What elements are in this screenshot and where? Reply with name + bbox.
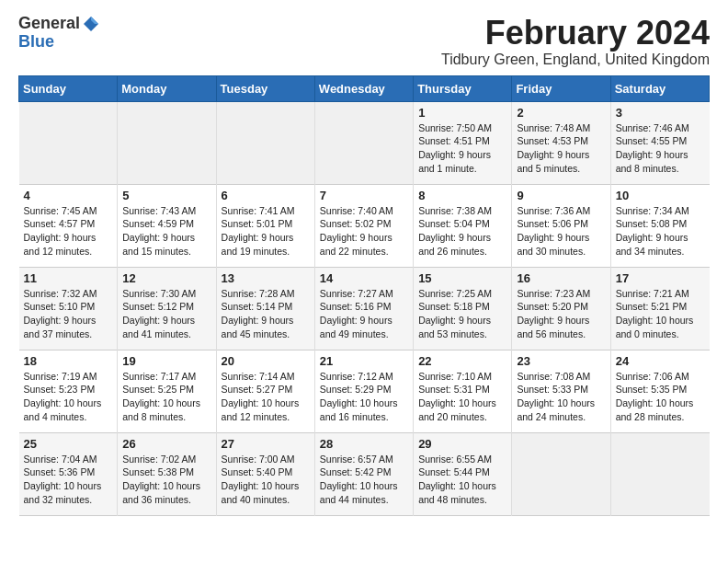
day-number: 8 (418, 189, 506, 202)
day-info: Sunrise: 7:06 AM Sunset: 5:35 PM Dayligh… (616, 370, 705, 424)
header-monday: Monday (118, 75, 216, 101)
day-number: 7 (320, 189, 408, 202)
day-info: Sunrise: 7:25 AM Sunset: 5:18 PM Dayligh… (418, 287, 506, 341)
calendar-cell: 7Sunrise: 7:40 AM Sunset: 5:02 PM Daylig… (314, 184, 413, 267)
day-number: 18 (24, 354, 113, 368)
calendar-header-row: SundayMondayTuesdayWednesdayThursdayFrid… (19, 75, 710, 101)
header-sunday: Sunday (19, 75, 118, 101)
day-number: 23 (517, 354, 605, 368)
calendar-cell: 16Sunrise: 7:23 AM Sunset: 5:20 PM Dayli… (512, 267, 610, 350)
calendar-cell: 17Sunrise: 7:21 AM Sunset: 5:21 PM Dayli… (610, 267, 709, 350)
day-info: Sunrise: 7:40 AM Sunset: 5:02 PM Dayligh… (320, 204, 408, 259)
calendar-week-row: 11Sunrise: 7:32 AM Sunset: 5:10 PM Dayli… (19, 267, 710, 350)
calendar-cell: 6Sunrise: 7:41 AM Sunset: 5:01 PM Daylig… (216, 184, 314, 267)
calendar-cell: 11Sunrise: 7:32 AM Sunset: 5:10 PM Dayli… (19, 267, 118, 350)
day-number: 11 (24, 271, 113, 285)
calendar-cell (216, 101, 314, 184)
day-number: 4 (24, 189, 113, 202)
day-info: Sunrise: 7:12 AM Sunset: 5:29 PM Dayligh… (320, 370, 408, 424)
calendar-cell (314, 101, 413, 184)
day-number: 12 (122, 271, 210, 285)
calendar-cell: 18Sunrise: 7:19 AM Sunset: 5:23 PM Dayli… (19, 350, 118, 432)
calendar-cell: 1Sunrise: 7:50 AM Sunset: 4:51 PM Daylig… (414, 101, 512, 184)
header-wednesday: Wednesday (314, 75, 413, 101)
calendar-cell: 20Sunrise: 7:14 AM Sunset: 5:27 PM Dayli… (216, 350, 314, 432)
day-info: Sunrise: 7:08 AM Sunset: 5:33 PM Dayligh… (517, 370, 605, 424)
day-number: 2 (517, 106, 605, 120)
calendar-week-row: 4Sunrise: 7:45 AM Sunset: 4:57 PM Daylig… (19, 184, 710, 267)
day-info: Sunrise: 7:45 AM Sunset: 4:57 PM Dayligh… (24, 204, 113, 259)
day-number: 13 (222, 271, 310, 285)
calendar-cell: 4Sunrise: 7:45 AM Sunset: 4:57 PM Daylig… (19, 184, 118, 267)
day-info: Sunrise: 7:10 AM Sunset: 5:31 PM Dayligh… (418, 370, 506, 424)
day-number: 9 (517, 189, 605, 202)
day-number: 14 (320, 271, 408, 285)
day-info: Sunrise: 7:46 AM Sunset: 4:55 PM Dayligh… (616, 121, 705, 176)
day-info: Sunrise: 7:02 AM Sunset: 5:38 PM Dayligh… (122, 453, 210, 507)
day-number: 24 (616, 354, 705, 368)
day-number: 10 (616, 189, 705, 202)
month-title: February 2024 (441, 15, 710, 52)
day-info: Sunrise: 7:41 AM Sunset: 5:01 PM Dayligh… (222, 204, 310, 259)
calendar-cell: 15Sunrise: 7:25 AM Sunset: 5:18 PM Dayli… (414, 267, 512, 350)
day-number: 1 (418, 106, 506, 120)
calendar-cell: 10Sunrise: 7:34 AM Sunset: 5:08 PM Dayli… (610, 184, 709, 267)
calendar-cell: 21Sunrise: 7:12 AM Sunset: 5:29 PM Dayli… (314, 350, 413, 432)
day-number: 29 (418, 437, 506, 451)
day-info: Sunrise: 6:57 AM Sunset: 5:42 PM Dayligh… (320, 453, 408, 507)
calendar-week-row: 18Sunrise: 7:19 AM Sunset: 5:23 PM Dayli… (19, 350, 710, 432)
day-info: Sunrise: 7:43 AM Sunset: 4:59 PM Dayligh… (122, 204, 210, 259)
calendar-cell: 2Sunrise: 7:48 AM Sunset: 4:53 PM Daylig… (512, 101, 610, 184)
day-number: 5 (122, 189, 210, 202)
logo-general: General (18, 15, 80, 33)
day-number: 21 (320, 354, 408, 368)
day-info: Sunrise: 7:27 AM Sunset: 5:16 PM Dayligh… (320, 287, 408, 341)
calendar-cell: 23Sunrise: 7:08 AM Sunset: 5:33 PM Dayli… (512, 350, 610, 432)
logo-blue: Blue (18, 32, 54, 51)
header-friday: Friday (512, 75, 610, 101)
calendar-cell: 3Sunrise: 7:46 AM Sunset: 4:55 PM Daylig… (610, 101, 709, 184)
day-info: Sunrise: 7:48 AM Sunset: 4:53 PM Dayligh… (517, 121, 605, 176)
day-number: 20 (222, 354, 310, 368)
header-saturday: Saturday (610, 75, 709, 101)
day-info: Sunrise: 7:14 AM Sunset: 5:27 PM Dayligh… (222, 370, 310, 424)
calendar-cell: 29Sunrise: 6:55 AM Sunset: 5:44 PM Dayli… (414, 432, 512, 515)
day-info: Sunrise: 7:32 AM Sunset: 5:10 PM Dayligh… (24, 287, 113, 341)
calendar-cell: 22Sunrise: 7:10 AM Sunset: 5:31 PM Dayli… (414, 350, 512, 432)
calendar-cell: 13Sunrise: 7:28 AM Sunset: 5:14 PM Dayli… (216, 267, 314, 350)
day-info: Sunrise: 6:55 AM Sunset: 5:44 PM Dayligh… (418, 453, 506, 507)
day-number: 26 (122, 437, 210, 451)
calendar-cell: 28Sunrise: 6:57 AM Sunset: 5:42 PM Dayli… (314, 432, 413, 515)
calendar-cell: 9Sunrise: 7:36 AM Sunset: 5:06 PM Daylig… (512, 184, 610, 267)
day-info: Sunrise: 7:23 AM Sunset: 5:20 PM Dayligh… (517, 287, 605, 341)
day-info: Sunrise: 7:28 AM Sunset: 5:14 PM Dayligh… (222, 287, 310, 341)
calendar-cell: 25Sunrise: 7:04 AM Sunset: 5:36 PM Dayli… (19, 432, 118, 515)
day-number: 17 (616, 271, 705, 285)
calendar-week-row: 1Sunrise: 7:50 AM Sunset: 4:51 PM Daylig… (19, 101, 710, 184)
calendar-cell: 26Sunrise: 7:02 AM Sunset: 5:38 PM Dayli… (118, 432, 216, 515)
header: General Blue February 2024 Tidbury Green… (18, 15, 710, 68)
day-info: Sunrise: 7:17 AM Sunset: 5:25 PM Dayligh… (122, 370, 210, 424)
header-tuesday: Tuesday (216, 75, 314, 101)
day-number: 25 (24, 437, 113, 451)
calendar-cell (512, 432, 610, 515)
day-number: 28 (320, 437, 408, 451)
calendar-cell (19, 101, 118, 184)
logo-icon (82, 15, 100, 33)
day-info: Sunrise: 7:50 AM Sunset: 4:51 PM Dayligh… (418, 121, 506, 176)
calendar-cell: 5Sunrise: 7:43 AM Sunset: 4:59 PM Daylig… (118, 184, 216, 267)
logo: General Blue (18, 15, 100, 52)
day-info: Sunrise: 7:30 AM Sunset: 5:12 PM Dayligh… (122, 287, 210, 341)
title-block: February 2024 Tidbury Green, England, Un… (441, 15, 710, 68)
calendar-cell (118, 101, 216, 184)
day-number: 22 (418, 354, 506, 368)
location-title: Tidbury Green, England, United Kingdom (441, 52, 710, 68)
day-number: 27 (222, 437, 310, 451)
day-info: Sunrise: 7:19 AM Sunset: 5:23 PM Dayligh… (24, 370, 113, 424)
day-number: 3 (616, 106, 705, 120)
day-number: 16 (517, 271, 605, 285)
calendar-cell: 27Sunrise: 7:00 AM Sunset: 5:40 PM Dayli… (216, 432, 314, 515)
calendar-cell: 8Sunrise: 7:38 AM Sunset: 5:04 PM Daylig… (414, 184, 512, 267)
day-info: Sunrise: 7:34 AM Sunset: 5:08 PM Dayligh… (616, 204, 705, 259)
calendar-week-row: 25Sunrise: 7:04 AM Sunset: 5:36 PM Dayli… (19, 432, 710, 515)
